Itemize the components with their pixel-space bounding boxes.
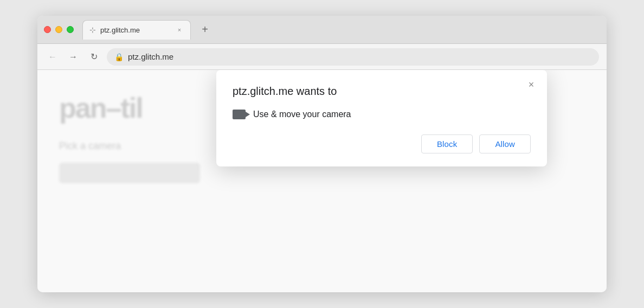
permission-text: Use & move your camera	[253, 110, 351, 119]
traffic-lights	[44, 26, 74, 33]
new-tab-button[interactable]: +	[197, 22, 212, 37]
permission-row: Use & move your camera	[233, 110, 531, 119]
close-button[interactable]	[44, 26, 51, 33]
browser-window: ⊹ ptz.glitch.me × + ← → ↻ 🔒 ptz.glitch.m…	[37, 16, 607, 292]
maximize-button[interactable]	[67, 26, 74, 33]
address-bar[interactable]: 🔒 ptz.glitch.me	[107, 48, 599, 66]
back-button[interactable]: ←	[45, 49, 60, 65]
page-content: pan–til Pick a camera × ptz.glitch.me wa…	[37, 70, 607, 292]
lock-icon: 🔒	[114, 53, 124, 61]
minimize-button[interactable]	[55, 26, 62, 33]
address-bar-row: ← → ↻ 🔒 ptz.glitch.me	[37, 44, 607, 70]
url-text: ptz.glitch.me	[128, 52, 173, 61]
tab-title: ptz.glitch.me	[100, 26, 171, 34]
tab-drag-icon: ⊹	[89, 25, 96, 34]
browser-tab[interactable]: ⊹ ptz.glitch.me ×	[82, 20, 191, 40]
popup-title: ptz.glitch.me wants to	[233, 85, 531, 98]
title-bar: ⊹ ptz.glitch.me × +	[37, 16, 607, 44]
page-input-blurred	[59, 163, 200, 183]
block-button[interactable]: Block	[421, 134, 473, 153]
reload-button[interactable]: ↻	[86, 49, 101, 65]
allow-button[interactable]: Allow	[479, 134, 531, 153]
tab-close-icon[interactable]: ×	[175, 25, 184, 34]
popup-buttons: Block Allow	[233, 134, 531, 153]
forward-button[interactable]: →	[66, 49, 81, 65]
popup-close-button[interactable]: ×	[524, 78, 538, 92]
permission-popup: × ptz.glitch.me wants to Use & move your…	[216, 70, 547, 166]
camera-icon	[233, 110, 246, 119]
